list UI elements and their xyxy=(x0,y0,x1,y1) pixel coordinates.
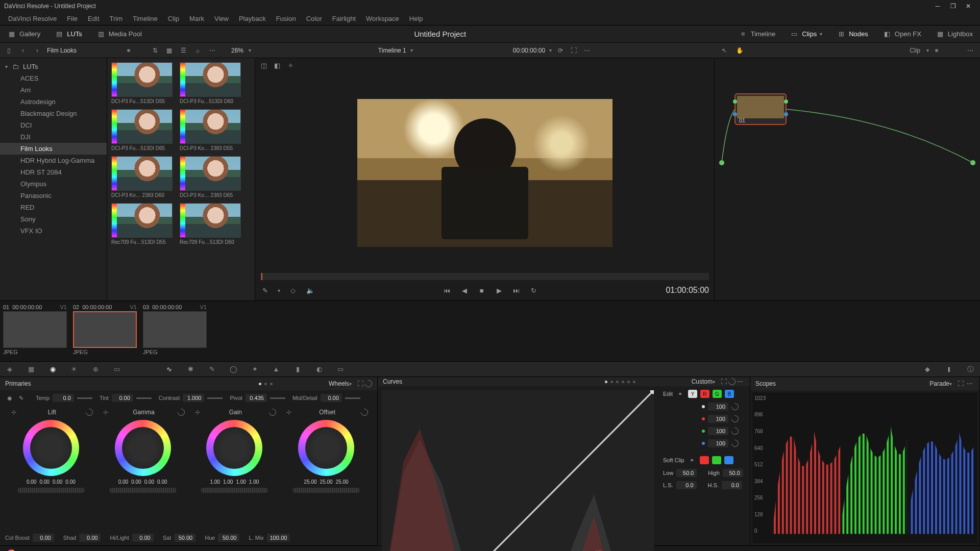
adjust-contrast[interactable]: 1.000 xyxy=(183,394,204,402)
tracker-icon[interactable]: ✦ xyxy=(249,364,260,375)
tree-item-hdr-st-2084[interactable]: HDR ST 2084 xyxy=(0,166,107,178)
adjust-temp[interactable]: 0.0 xyxy=(53,394,74,402)
tree-item-panasonic[interactable]: Panasonic xyxy=(0,190,107,202)
color-wheel[interactable] xyxy=(115,420,171,476)
softclip-ls[interactable]: 0.0 xyxy=(676,481,697,489)
timeline-toggle[interactable]: ≡Timeline xyxy=(731,30,783,39)
primaries-icon[interactable]: ◉ xyxy=(47,364,58,375)
tree-item-sony[interactable]: Sony xyxy=(0,213,107,225)
page-dots[interactable] xyxy=(605,381,635,383)
play-icon[interactable]: ▶ xyxy=(495,286,504,295)
stop-icon[interactable]: ■ xyxy=(477,286,486,295)
panel-icon[interactable]: ▯ xyxy=(4,46,13,55)
more-icon[interactable]: ⋯ xyxy=(736,377,745,386)
lut-thumbnail[interactable]: DCI-P3 Fu…513DI D60 xyxy=(180,62,241,104)
lut-thumbnail[interactable]: DCI-P3 Ko… 2383 D65 xyxy=(180,156,241,198)
window-maximize[interactable]: ❐ xyxy=(945,3,961,10)
keyframes-icon[interactable]: ◆ xyxy=(922,364,933,375)
tree-root[interactable]: ▾🗀LUTs xyxy=(0,60,107,72)
playhead[interactable] xyxy=(261,273,262,280)
reset-icon[interactable] xyxy=(730,414,740,424)
chevron-down-icon[interactable]: ▾ xyxy=(278,288,280,293)
motion-effects-icon[interactable]: ▭ xyxy=(111,364,122,375)
curve-intensity-r[interactable]: 100 xyxy=(708,415,728,423)
reset-icon[interactable] xyxy=(730,402,740,412)
clip-thumbnail[interactable]: 0100:00:00:00V1JPEG xyxy=(3,303,67,359)
viewer-scrubber[interactable] xyxy=(260,273,709,280)
node-graph[interactable]: 01 xyxy=(715,58,980,300)
reset-icon[interactable] xyxy=(359,407,370,417)
curve-intensity-b[interactable]: 100 xyxy=(708,439,728,447)
expand-icon[interactable]: ⛶ xyxy=(356,379,365,388)
reset-icon[interactable] xyxy=(730,438,740,448)
page-fusion[interactable]: ✦ xyxy=(484,548,496,551)
loop-icon[interactable]: ↻ xyxy=(529,286,538,295)
tree-item-vfx-io[interactable]: VFX IO xyxy=(0,225,107,237)
master-wheel[interactable] xyxy=(293,488,359,493)
menu-fusion[interactable]: Fusion xyxy=(271,15,301,22)
nav-back-icon[interactable]: ‹ xyxy=(18,46,28,55)
picker-icon[interactable]: ⊹ xyxy=(284,408,293,417)
menu-clip[interactable]: Clip xyxy=(163,15,184,22)
viewer-timecode[interactable]: 00:00:00:00 xyxy=(513,47,545,54)
go-first-icon[interactable]: ⏮ xyxy=(443,286,452,295)
curves-graph[interactable] xyxy=(382,390,654,551)
more-icon[interactable]: ⋯ xyxy=(965,379,974,388)
tree-item-hdr-hybrid-log-gamma[interactable]: HDR Hybrid Log-Gamma xyxy=(0,155,107,166)
more-icon[interactable]: ⋯ xyxy=(208,46,217,55)
adjust-hilight[interactable]: 0.00 xyxy=(132,534,154,542)
key-icon[interactable]: ◐ xyxy=(313,364,325,375)
curve-intensity-g[interactable]: 100 xyxy=(708,427,728,435)
gallery-toggle[interactable]: ▦Gallery xyxy=(0,26,47,42)
home-icon[interactable]: ⌂ xyxy=(947,548,959,551)
curves-icon[interactable]: ∿ xyxy=(163,364,175,375)
grid-view-icon[interactable]: ▦ xyxy=(165,46,174,55)
split-icon[interactable]: ◧ xyxy=(273,61,282,70)
viewer-image[interactable] xyxy=(357,99,612,247)
adjust-pivot[interactable]: 0.435 xyxy=(246,394,267,402)
primaries-mode[interactable]: Wheels xyxy=(329,380,349,387)
transport-timecode[interactable]: 01:00:05:00 xyxy=(666,286,709,295)
expand-icon[interactable]: ⛶ xyxy=(719,377,728,386)
nodes-toggle[interactable]: ⊞Nodes xyxy=(829,30,875,39)
openfx-toggle[interactable]: ◧Open FX xyxy=(875,30,928,39)
menu-timeline[interactable]: Timeline xyxy=(128,15,163,22)
pointer-icon[interactable]: ↖ xyxy=(720,46,729,55)
menu-color[interactable]: Color xyxy=(301,15,327,22)
adjust-shad[interactable]: 0.00 xyxy=(79,534,101,542)
lut-thumbnail[interactable]: DCI-P3 Fu…513DI D65 xyxy=(111,109,173,151)
color-wheel[interactable] xyxy=(206,420,262,476)
reset-icon[interactable] xyxy=(730,426,740,436)
more-icon[interactable]: ⋯ xyxy=(966,46,975,55)
curves-mode[interactable]: Custom xyxy=(692,378,713,385)
scopes-mode[interactable]: Parade xyxy=(929,380,949,387)
image-wipe-icon[interactable]: ◫ xyxy=(259,61,268,70)
curves-channel-b[interactable]: B xyxy=(725,390,734,398)
mute-icon[interactable]: 🔈 xyxy=(306,286,315,295)
bypass-icon[interactable]: ⟳ xyxy=(556,46,565,55)
tree-item-blackmagic-design[interactable]: Blackmagic Design xyxy=(0,108,107,119)
picker-black-icon[interactable]: ✎ xyxy=(16,393,26,403)
chevron-down-icon[interactable]: ▾ xyxy=(713,379,715,385)
adjust-middetail[interactable]: 0.00 xyxy=(321,394,342,402)
blur-icon[interactable]: ▮ xyxy=(292,364,303,375)
clips-toggle[interactable]: ▭Clips▾ xyxy=(782,30,829,39)
qualifier-picker-icon[interactable]: ✎ xyxy=(260,286,270,295)
camera-raw-icon[interactable]: ◈ xyxy=(4,364,15,375)
page-fairlight[interactable]: ♪ xyxy=(556,548,567,551)
mediapool-toggle[interactable]: ▥Media Pool xyxy=(89,26,149,42)
softclip-high[interactable]: 50.0 xyxy=(723,469,743,477)
chevron-down-icon[interactable]: ▾ xyxy=(949,381,952,387)
clip-thumbnail[interactable]: 0300:00:00:00V1JPEG xyxy=(143,303,207,359)
expand-icon[interactable]: ⛶ xyxy=(956,379,965,388)
unmix-icon[interactable]: ◇ xyxy=(288,286,298,295)
softclip-low[interactable]: 50.0 xyxy=(676,469,697,477)
curve-intensity-y[interactable]: 100 xyxy=(708,403,728,411)
color-wheel[interactable] xyxy=(23,420,79,476)
menu-resolve[interactable]: DaVinci Resolve xyxy=(3,15,62,22)
page-color[interactable]: ◉ xyxy=(520,548,531,551)
tree-item-olympus[interactable]: Olympus xyxy=(0,178,107,190)
adjust-sat[interactable]: 50.00 xyxy=(174,534,195,542)
master-wheel[interactable] xyxy=(18,488,84,493)
adjust-lmix[interactable]: 100.00 xyxy=(267,534,290,542)
